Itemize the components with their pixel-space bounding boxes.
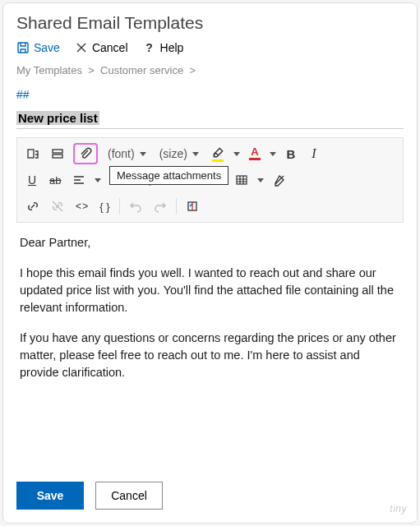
breadcrumb-root[interactable]: My Templates: [16, 64, 82, 76]
clear-formatting-button[interactable]: [270, 169, 288, 191]
redo-button[interactable]: [151, 196, 169, 217]
insert-template-button[interactable]: [183, 196, 201, 217]
chevron-down-icon[interactable]: [233, 152, 240, 156]
tiny-logo: tiny: [390, 503, 407, 514]
save-icon: [16, 41, 30, 54]
hash-marker[interactable]: ##: [16, 88, 404, 101]
chevron-down-icon[interactable]: [95, 178, 101, 182]
titlebar: Shared Email Templates: [16, 13, 404, 33]
unlink-button[interactable]: [48, 196, 67, 217]
window-title: Shared Email Templates: [16, 13, 203, 33]
chevron-down-icon[interactable]: [257, 178, 264, 182]
font-size-label: (size): [159, 147, 187, 160]
attachment-tooltip: Message attachments: [109, 166, 228, 185]
body-paragraph-1: I hope this email finds you well. I want…: [20, 265, 400, 316]
insert-variable-button[interactable]: { }: [96, 196, 113, 217]
svg-rect-0: [18, 43, 28, 53]
underline-button[interactable]: U: [24, 169, 40, 191]
cancel-label: Cancel: [92, 41, 128, 54]
layout-icon[interactable]: [48, 143, 67, 164]
italic-button[interactable]: I: [306, 143, 322, 164]
svg-rect-2: [53, 150, 62, 153]
strikethrough-button[interactable]: ab: [47, 169, 63, 191]
separator: [119, 198, 120, 215]
title-icons: [392, 16, 404, 30]
highlight-color-button[interactable]: [209, 143, 227, 164]
help-action[interactable]: ? Help: [143, 41, 184, 54]
footer: Save Cancel: [16, 475, 404, 510]
font-family-select[interactable]: (font): [104, 147, 150, 160]
cancel-icon: [75, 41, 88, 54]
editor-body[interactable]: Dear Partner, I hope this email finds yo…: [16, 223, 404, 475]
chevron-down-icon: [140, 152, 146, 156]
breadcrumb[interactable]: My Templates > Customer service >: [16, 64, 404, 76]
link-button[interactable]: [24, 196, 42, 217]
bold-button[interactable]: B: [283, 143, 299, 164]
font-family-label: (font): [108, 147, 135, 160]
actionbar: Save Cancel ? Help: [16, 41, 404, 54]
save-label: Save: [34, 41, 60, 54]
font-size-select[interactable]: (size): [156, 147, 202, 160]
svg-rect-3: [53, 155, 62, 158]
help-icon: ?: [143, 41, 156, 54]
svg-rect-10: [237, 176, 247, 184]
separator: [176, 198, 177, 215]
chevron-down-icon[interactable]: [270, 152, 276, 156]
insert-macro-icon[interactable]: [24, 143, 42, 164]
cancel-button[interactable]: Cancel: [95, 482, 163, 510]
editor-toolbar: (font) (size) A: [16, 137, 404, 223]
save-button[interactable]: Save: [16, 482, 84, 510]
table-button[interactable]: [233, 169, 251, 191]
breadcrumb-folder[interactable]: Customer service: [100, 64, 183, 76]
save-action[interactable]: Save: [16, 41, 60, 54]
panel: Shared Email Templates Save: [2, 2, 418, 524]
help-label: Help: [160, 41, 184, 54]
font-color-button[interactable]: A: [247, 143, 263, 164]
body-paragraph-2: If you have any questions or concerns re…: [20, 330, 400, 381]
template-name-field[interactable]: New price list: [16, 108, 404, 129]
chevron-down-icon: [192, 152, 199, 156]
attachment-button[interactable]: [73, 143, 98, 164]
svg-rect-1: [28, 150, 34, 158]
undo-button[interactable]: [127, 196, 145, 217]
source-code-button[interactable]: < >: [73, 196, 90, 217]
cancel-action[interactable]: Cancel: [75, 41, 128, 54]
template-name-text: New price list: [16, 111, 99, 125]
align-button[interactable]: [70, 169, 88, 191]
body-greeting: Dear Partner,: [20, 234, 400, 251]
